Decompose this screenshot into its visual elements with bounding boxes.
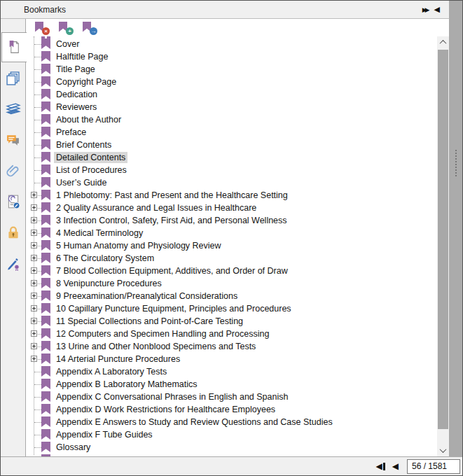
bookmark-item[interactable]: Appendix C Conversational Phrases in Eng… [26,391,438,403]
bookmark-icon [41,64,50,74]
add-badge-icon: + [66,27,74,35]
bookmark-label: Title Page [54,64,97,75]
scrollbar-thumb[interactable] [438,50,448,429]
bookmark-icon [41,341,50,351]
bookmark-icon [41,38,50,49]
expand-plus-icon[interactable] [31,267,37,274]
expand-plus-icon[interactable] [31,204,37,211]
bookmark-label: Appendix D Work Restrictions for Healthc… [54,404,277,415]
tree-connector [34,422,41,423]
tree-connector [34,132,41,133]
bookmark-item[interactable]: Appendix B Laboratory Mathematics [26,378,438,391]
expand-plus-icon[interactable] [31,293,37,299]
bookmark-item[interactable]: Appendix E Answers to Study and Review Q… [26,416,438,428]
bookmark-item[interactable]: 2 Quality Assurance and Legal Issues in … [26,202,438,214]
bookmark-item[interactable]: Preface [26,126,438,139]
bookmark-icon [41,51,50,62]
bookmark-item[interactable]: 4 Medical Terminology [26,227,438,239]
expand-plus-icon[interactable] [31,318,37,324]
bookmark-item[interactable]: Appendix A Laboratory Tests [26,365,438,378]
bookmark-item[interactable]: 1 Phlebotomy: Past and Present and the H… [26,189,438,202]
bookmark-icon [41,76,50,87]
scroll-up-button[interactable] [437,36,449,48]
bookmark-label: 11 Special Collections and Point-of-Care… [54,316,245,327]
expand-plus-icon[interactable] [31,192,37,198]
sidebar-item-layers[interactable] [1,99,25,120]
sidebar-item-comments[interactable] [1,130,25,150]
sidebar-item-bookmarks[interactable] [1,32,27,62]
bookmark-item[interactable]: 10 Capillary Puncture Equipment, Princip… [26,302,438,315]
page-thumbnails-icon [6,71,20,85]
bookmark-item[interactable]: 3 Infection Control, Safety, First Aid, … [26,214,438,227]
bookmark-item[interactable]: Halftitle Page [26,50,438,63]
bookmark-item[interactable]: Cover [26,38,438,50]
bookmark-item[interactable]: 9 Preexamination/Preanalytical Considera… [26,290,438,302]
bookmark-icon [41,253,50,263]
bookmark-label: Detailed Contents [54,152,127,163]
bookmark-item[interactable]: Appendix F Tube Guides [26,428,438,441]
bookmark-item[interactable]: Title Page [26,63,438,76]
delete-bookmark-button[interactable]: × [34,21,50,35]
expand-plus-icon[interactable] [31,242,37,248]
expand-current-bookmark-button[interactable]: → [82,21,97,35]
panel-splitter[interactable] [450,1,463,456]
bookmark-item[interactable]: Reviewers [26,101,438,113]
expand-plus-icon[interactable] [31,230,37,236]
add-bookmark-button[interactable]: + [58,21,74,35]
expand-plus-icon[interactable] [31,255,37,261]
bookmark-item[interactable]: Appendix D Work Restrictions for Healthc… [26,403,438,416]
bookmark-item[interactable]: Brief Contents [26,139,438,151]
bookmark-item[interactable]: 13 Urine and Other Nonblood Specimens an… [26,340,438,353]
scroll-down-button[interactable] [437,444,449,456]
previous-view-button[interactable]: ◀ [376,461,385,471]
expand-plus-icon[interactable] [31,217,37,223]
bookmark-item[interactable]: User’s Guide [26,176,438,189]
sidebar-item-destinations[interactable] [1,191,25,212]
vertical-scrollbar[interactable] [437,36,449,456]
expand-plus-icon[interactable] [31,343,37,349]
previous-page-button[interactable]: ◀ [392,461,399,471]
bookmark-item[interactable]: 14 Arterial Puncture Procedures [26,353,438,365]
bookmark-icon [41,102,50,112]
follow-panel-icon[interactable]: ▶▶ [422,6,428,13]
bookmark-item[interactable]: 8 Venipuncture Procedures [26,277,438,290]
page-number-input[interactable]: 56 / 1581 [407,459,460,474]
bookmark-item[interactable]: 5 Human Anatomy and Physiology Review [26,239,438,252]
bookmark-item[interactable]: Detailed Contents [26,151,438,164]
bookmark-item[interactable]: About the Author [26,113,438,126]
left-triangle-icon: ◀ [376,461,382,471]
bookmark-label: 7 Blood Collection Equipment, Additives,… [54,265,290,276]
bookmark-label: 2 Quality Assurance and Legal Issues in … [54,202,258,214]
collapse-panel-icon[interactable]: ◀ [434,5,440,14]
bookmark-item[interactable]: 7 Blood Collection Equipment, Additives,… [26,265,438,277]
expand-plus-icon[interactable] [31,330,37,337]
bookmark-icon [41,429,50,440]
expand-plus-icon[interactable] [31,356,37,362]
splitter-grip-icon[interactable] [455,150,457,176]
bookmark-label: List of Procedures [54,164,129,176]
bookmark-icon [41,177,50,188]
bookmark-icon [41,265,50,276]
bookmark-item[interactable]: 12 Computers and Specimen Handling and P… [26,328,438,340]
sidebar-item-security[interactable] [1,222,25,243]
tree-connector [34,397,41,398]
expand-plus-icon[interactable] [31,305,37,312]
bookmark-item[interactable]: Copyright Page [26,76,438,88]
expand-plus-icon[interactable] [31,280,37,286]
bookmark-icon [41,303,50,314]
bookmark-item[interactable]: List of Procedures [26,164,438,176]
sidebar-item-signatures[interactable] [1,253,25,274]
bookmark-icon [41,127,50,137]
bookmark-item[interactable]: 11 Special Collections and Point-of-Care… [26,315,438,328]
bookmark-label: 13 Urine and Other Nonblood Specimens an… [54,341,258,352]
tree-connector [34,170,41,171]
bookmark-label: 1 Phlebotomy: Past and Present and the H… [54,190,290,201]
tree-connector [34,435,41,435]
bookmark-item[interactable]: Glossary [26,441,438,454]
bookmark-item[interactable]: 6 The Circulatory System [26,252,438,265]
sidebar-item-thumbnails[interactable] [1,67,25,88]
bookmark-item[interactable]: Dedication [26,88,438,101]
panel-header: Bookmarks ▶▶ ◀ [1,1,450,19]
bookmark-label: 3 Infection Control, Safety, First Aid, … [54,215,289,226]
sidebar-item-attachments[interactable] [1,160,25,181]
